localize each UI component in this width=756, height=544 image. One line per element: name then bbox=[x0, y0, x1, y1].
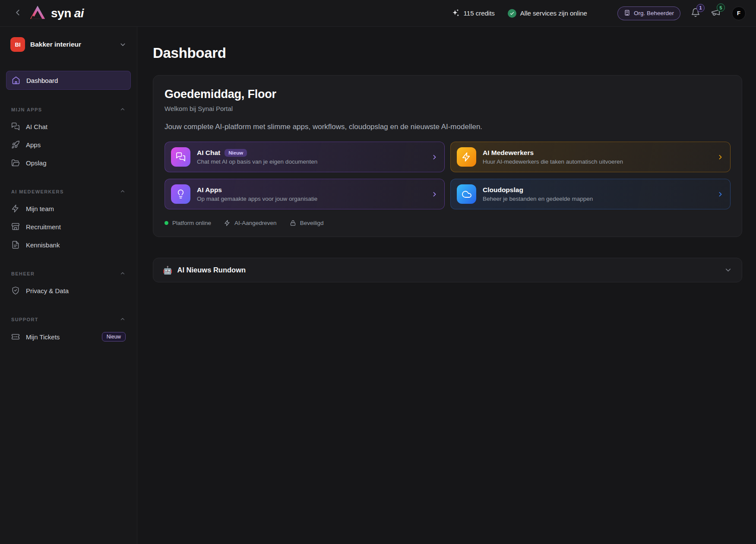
card-description: Beheer je bestanden en gedeelde mappen bbox=[483, 196, 593, 202]
chevron-up-icon bbox=[120, 316, 126, 323]
section-label: AI MEDEWERKERS bbox=[11, 189, 64, 194]
status-label: Beveiligd bbox=[300, 220, 324, 226]
app-root: synai 115 credits Alle services zijn onl… bbox=[0, 0, 756, 544]
sidebar-item-mijn-team[interactable]: Mijn team bbox=[6, 199, 131, 218]
greeting-subtitle: Welkom bij Synai Portal bbox=[164, 105, 731, 112]
app-card-cloudopslag[interactable]: Cloudopslag Beheer je bestanden en gedee… bbox=[450, 179, 731, 209]
nieuw-badge: Nieuw bbox=[102, 332, 126, 342]
platform-status-row: Platform online AI-Aangedreven Beveiligd bbox=[164, 220, 731, 226]
section-label: SUPPORT bbox=[11, 317, 38, 322]
services-status-label: Alle services zijn online bbox=[520, 9, 587, 17]
app-card-ai-apps[interactable]: AI Apps Op maat gemaakte apps voor jouw … bbox=[164, 179, 445, 209]
chevron-up-icon bbox=[120, 106, 126, 113]
role-badge[interactable]: Org. Beheerder bbox=[617, 6, 680, 20]
header-right: 115 credits Alle services zijn online Or… bbox=[452, 6, 746, 20]
sidebar-item-label: AI Chat bbox=[26, 123, 47, 130]
sidebar-item-kennisbank[interactable]: Kennisbank bbox=[6, 236, 131, 254]
chevron-right-icon bbox=[431, 153, 438, 161]
sidebar-item-label: Dashboard bbox=[26, 77, 58, 84]
chevron-right-icon bbox=[717, 153, 724, 161]
credits-indicator[interactable]: 115 credits bbox=[452, 9, 495, 18]
sidebar-item-label: Recruitment bbox=[26, 223, 61, 231]
sidebar-item-apps[interactable]: Apps bbox=[6, 136, 131, 154]
card-description: Chat met AI op basis van je eigen docume… bbox=[197, 158, 317, 165]
sidebar-item-label: Kennisbank bbox=[26, 241, 60, 249]
chevron-down-icon bbox=[119, 41, 127, 48]
status-platform-online: Platform online bbox=[164, 220, 211, 226]
card-title: AI Apps bbox=[197, 186, 222, 194]
sidebar-item-opslag[interactable]: Opslag bbox=[6, 154, 131, 172]
green-dot-icon bbox=[164, 221, 168, 225]
sidebar-item-label: Mijn team bbox=[26, 205, 54, 212]
app-shell: BI Bakker interieur Dashboard MIJN APPS bbox=[0, 27, 756, 544]
news-title: AI Nieuws Rundown bbox=[177, 266, 246, 274]
chat-bubbles-icon bbox=[11, 122, 20, 131]
card-title: Cloudopslag bbox=[483, 186, 523, 194]
sidebar-item-mijn-tickets[interactable]: Mijn Tickets Nieuw bbox=[6, 327, 131, 346]
app-card-grid: AI Chat Nieuw Chat met AI op basis van j… bbox=[164, 142, 731, 209]
chevron-right-icon bbox=[431, 190, 438, 198]
card-description: Huur AI-medewerkers die taken automatisc… bbox=[483, 158, 623, 165]
back-button[interactable] bbox=[10, 6, 25, 21]
sidebar-item-label: Apps bbox=[26, 141, 41, 149]
zap-icon bbox=[457, 147, 476, 167]
section-header-support[interactable]: SUPPORT bbox=[6, 316, 131, 323]
chevron-left-icon bbox=[13, 8, 22, 19]
zap-icon bbox=[11, 204, 20, 213]
sidebar-item-recruitment[interactable]: Recruitment bbox=[6, 218, 131, 236]
nieuw-badge: Nieuw bbox=[225, 149, 247, 157]
card-text: AI Apps Op maat gemaakte apps voor jouw … bbox=[197, 186, 317, 202]
org-name: Bakker interieur bbox=[30, 41, 81, 48]
home-icon bbox=[12, 76, 20, 85]
role-badge-label: Org. Beheerder bbox=[634, 10, 674, 16]
chevron-up-icon bbox=[120, 270, 126, 277]
card-title: AI Medewerkers bbox=[483, 149, 534, 157]
credits-label: 115 credits bbox=[464, 9, 495, 17]
sidebar-item-label: Opslag bbox=[26, 159, 47, 167]
cloud-icon bbox=[457, 184, 476, 204]
sidebar-item-label: Privacy & Data bbox=[26, 287, 69, 294]
lock-icon bbox=[290, 220, 296, 226]
main-content: Dashboard Goedemiddag, Floor Welkom bij … bbox=[137, 27, 756, 544]
ticket-icon bbox=[11, 332, 20, 341]
section-label: MIJN APPS bbox=[11, 107, 42, 112]
robot-emoji-icon: 🤖 bbox=[163, 266, 172, 275]
sidebar-item-label: Mijn Tickets bbox=[26, 333, 60, 341]
zap-icon bbox=[224, 220, 231, 226]
sidebar: BI Bakker interieur Dashboard MIJN APPS bbox=[0, 27, 137, 544]
sparkles-icon bbox=[452, 9, 460, 18]
logo-triangle-icon bbox=[28, 5, 47, 22]
greeting-card: Goedemiddag, Floor Welkom bij Synai Port… bbox=[153, 75, 742, 237]
card-text: Cloudopslag Beheer je bestanden en gedee… bbox=[483, 186, 593, 202]
org-avatar: BI bbox=[10, 37, 25, 52]
app-card-ai-chat[interactable]: AI Chat Nieuw Chat met AI op basis van j… bbox=[164, 142, 445, 172]
status-ai-aangedreven: AI-Aangedreven bbox=[224, 220, 277, 226]
synai-logo[interactable]: synai bbox=[28, 5, 84, 22]
announcements-button[interactable]: 5 bbox=[711, 7, 721, 19]
greeting-title: Goedemiddag, Floor bbox=[164, 88, 731, 101]
rocket-icon bbox=[11, 140, 20, 149]
chat-bubbles-icon bbox=[171, 147, 190, 167]
notifications-button[interactable]: 1 bbox=[691, 8, 700, 19]
section-header-mijn-apps[interactable]: MIJN APPS bbox=[6, 106, 131, 113]
card-text: AI Medewerkers Huur AI-medewerkers die t… bbox=[483, 149, 623, 165]
user-avatar[interactable]: F bbox=[732, 6, 746, 20]
section-label: BEHEER bbox=[11, 271, 35, 276]
greeting-description: Jouw complete AI-platform met slimme app… bbox=[164, 123, 731, 131]
section-header-ai-medewerkers[interactable]: AI MEDEWERKERS bbox=[6, 188, 131, 195]
section-header-beheer[interactable]: BEHEER bbox=[6, 270, 131, 277]
services-status[interactable]: Alle services zijn online bbox=[508, 9, 587, 18]
status-beveiligd: Beveiligd bbox=[290, 220, 324, 226]
status-label: Platform online bbox=[172, 220, 211, 226]
ai-news-rundown-toggle[interactable]: 🤖 AI Nieuws Rundown bbox=[153, 258, 742, 282]
chevron-right-icon bbox=[717, 190, 724, 198]
card-title: AI Chat bbox=[197, 149, 220, 157]
sidebar-item-dashboard[interactable]: Dashboard bbox=[6, 71, 131, 90]
app-card-ai-medewerkers[interactable]: AI Medewerkers Huur AI-medewerkers die t… bbox=[450, 142, 731, 172]
building-icon bbox=[624, 9, 630, 17]
sidebar-item-privacy-data[interactable]: Privacy & Data bbox=[6, 281, 131, 300]
top-header: synai 115 credits Alle services zijn onl… bbox=[0, 0, 756, 27]
sidebar-item-ai-chat[interactable]: AI Chat bbox=[6, 117, 131, 136]
org-selector[interactable]: BI Bakker interieur bbox=[6, 35, 131, 54]
shield-check-icon bbox=[11, 286, 20, 295]
